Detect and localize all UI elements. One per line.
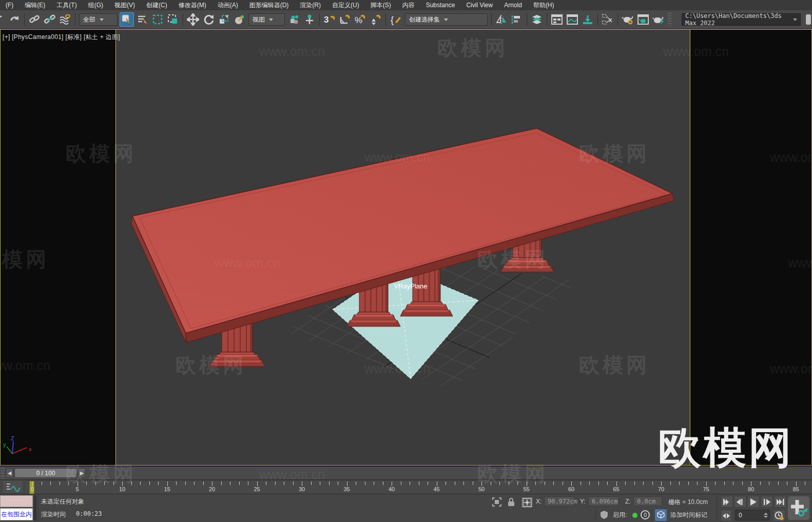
snaps-toggle-button[interactable]: 3 [322,12,337,27]
ruler-tick [616,481,617,486]
ruler-tick-label: 55 [523,486,529,492]
next-frame-button[interactable] [761,496,773,508]
select-and-link-button[interactable] [27,12,42,27]
layer-explorer-button[interactable] [550,12,564,27]
mirror-button[interactable] [494,12,509,27]
select-and-move-button[interactable] [186,12,200,27]
ruler-tick [374,481,374,485]
rendered-frame-window-button[interactable] [636,12,650,27]
time-configuration-button[interactable] [773,510,785,521]
menu-item-11[interactable]: 脚本(S) [365,1,397,10]
absolute-mode-transform-toggle[interactable] [520,496,534,509]
current-frame-field[interactable]: 0 [735,510,770,520]
menu-bar: (F)编辑(E)工具(T)组(G)视图(V)创建(C)修改器(M)动画(A)图形… [0,0,812,10]
ruler-tick [86,481,87,485]
select-and-scale-button[interactable] [217,12,231,27]
menu-item-4[interactable]: 视图(V) [109,1,141,10]
align-button[interactable] [510,12,524,27]
ruler-tick-label: 15 [164,486,170,492]
previous-frame-arrow[interactable]: ◀ [6,468,13,478]
ruler-tick [311,481,312,485]
menu-item-1[interactable]: 编辑(E) [19,1,51,10]
rectangular-selection-region-button[interactable] [150,12,165,27]
listener-scrollbar[interactable] [34,495,36,520]
named-selection-sets-dropdown[interactable]: 创建选择集 [405,13,488,26]
unlink-selection-button[interactable] [43,12,57,27]
menu-item-7[interactable]: 动画(A) [212,1,244,10]
ruler-tick-label: 25 [254,486,260,492]
selection-filter-dropdown[interactable]: 全部 [79,13,118,26]
schematic-view-button[interactable]: x [601,12,615,27]
menu-item-9[interactable]: 渲染(R) [294,1,326,10]
import-tray-button[interactable] [581,12,595,27]
menu-item-12[interactable]: 内容 [397,1,420,10]
render-time-label: 渲染时间 [41,510,66,519]
menu-item-0[interactable]: (F) [0,2,19,9]
ruler-tick [463,481,464,485]
go-to-start-button[interactable] [721,496,733,508]
menu-item-5[interactable]: 创建(C) [141,1,173,10]
zero-badge[interactable]: 0 [641,510,650,519]
menu-item-15[interactable]: Arnold [498,2,528,9]
select-and-place-button[interactable] [232,12,246,27]
curve-editor-window-button[interactable] [565,12,579,27]
mini-curve-editor-button[interactable] [3,481,23,493]
render-setup-button[interactable] [621,12,635,27]
axis-y-label: y [3,441,6,448]
ruler-tick [212,481,212,486]
menu-item-2[interactable]: 工具(T) [51,1,82,10]
y-coordinate-field[interactable]: 6.096cm [588,496,619,506]
svg-text:x: x [609,16,612,24]
axis-z-label: Z [11,435,14,441]
ruler-tick [733,481,733,485]
next-frame-arrow[interactable]: ▶ [78,468,86,478]
undo-icon[interactable] [0,12,6,27]
redo-button[interactable] [7,12,22,27]
select-by-name-button[interactable] [135,12,149,27]
time-ruler[interactable]: 0510152025303540455055606570758085 [26,480,812,495]
window-crossing-toggle[interactable] [166,12,180,27]
macro-recorder-pane[interactable] [0,495,33,507]
z-coordinate-field[interactable]: 0.0cm [633,496,662,506]
percent-snap-toggle[interactable]: % [353,12,368,27]
timeslider-grip[interactable] [1,468,5,478]
render-production-button[interactable] [651,12,666,27]
ruler-tick [185,481,186,485]
key-mode-toggle[interactable] [721,510,732,521]
previous-frame-button[interactable] [734,496,746,508]
select-object-button[interactable] [120,12,134,27]
isolate-selection-toggle[interactable] [491,496,503,508]
menu-item-13[interactable]: Substance [420,2,461,9]
select-and-manipulate-button[interactable] [302,12,317,27]
menu-item-10[interactable]: 自定义(U) [326,1,365,10]
time-slider[interactable]: 0 / 100 [14,468,77,478]
clipped-toolbar-icon[interactable] [806,14,811,25]
play-button[interactable] [747,496,760,508]
project-path-dropdown[interactable]: C:\Users\Han\Documents\3ds Max 2022 [682,13,801,26]
add-time-tag[interactable]: 添加时间标记 [670,511,707,519]
x-coordinate-field[interactable]: 90.972cm [544,496,575,506]
spinner-snap-toggle[interactable] [369,12,383,27]
create-key-button[interactable] [787,496,810,520]
menu-item-3[interactable]: 组(G) [83,1,109,10]
bind-to-space-warp-button[interactable] [58,12,72,27]
use-pivot-point-center-button[interactable] [287,12,301,27]
maxscript-mini-listener[interactable]: 在包围盒内 [0,508,33,520]
toggle-scene-explorer-button[interactable] [530,12,544,27]
time-tag-cube-icon[interactable] [655,509,667,521]
ruler-tick [679,481,680,485]
viewport-label[interactable]: [+] [PhysCamera001] [标准] [粘土 + 边面] [3,33,120,42]
menu-item-14[interactable]: Civil View [460,2,498,9]
reference-coordinate-system-dropdown[interactable]: 视图 [248,13,285,26]
go-to-end-button[interactable] [774,496,786,508]
menu-item-6[interactable]: 修改器(M) [173,1,212,10]
menu-item-16[interactable]: 帮助(H) [528,1,560,10]
shield-icon[interactable] [598,509,610,520]
angle-snap-toggle[interactable] [338,12,352,27]
ruler-tick [517,481,518,485]
edit-named-selection-sets-button[interactable]: { [389,12,403,27]
selection-lock-toggle[interactable] [505,496,517,508]
select-and-rotate-button[interactable] [201,12,216,27]
menu-item-8[interactable]: 图形编辑器(D) [244,1,295,10]
viewport[interactable]: VRayPlane x y Z [+] [PhysCamera001] [标准]… [0,29,812,466]
